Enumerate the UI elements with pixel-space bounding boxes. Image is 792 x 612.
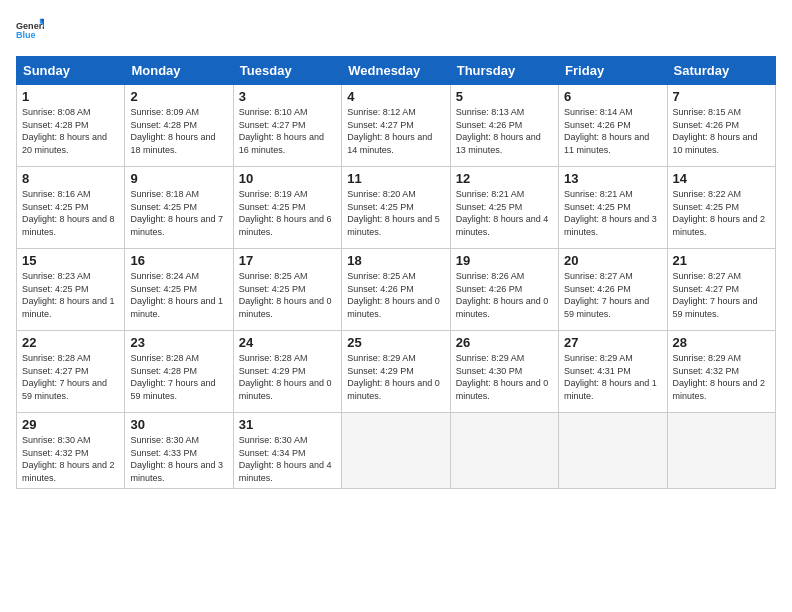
calendar-day-cell: 17 Sunrise: 8:25 AM Sunset: 4:25 PM Dayl… <box>233 249 341 331</box>
day-info: Sunrise: 8:12 AM Sunset: 4:27 PM Dayligh… <box>347 106 444 156</box>
day-number: 9 <box>130 171 227 186</box>
day-info: Sunrise: 8:25 AM Sunset: 4:25 PM Dayligh… <box>239 270 336 320</box>
calendar-day-cell: 1 Sunrise: 8:08 AM Sunset: 4:28 PM Dayli… <box>17 85 125 167</box>
calendar-day-cell: 18 Sunrise: 8:25 AM Sunset: 4:26 PM Dayl… <box>342 249 450 331</box>
day-number: 27 <box>564 335 661 350</box>
day-info: Sunrise: 8:19 AM Sunset: 4:25 PM Dayligh… <box>239 188 336 238</box>
calendar-day-cell: 12 Sunrise: 8:21 AM Sunset: 4:25 PM Dayl… <box>450 167 558 249</box>
calendar-day-cell: 10 Sunrise: 8:19 AM Sunset: 4:25 PM Dayl… <box>233 167 341 249</box>
calendar-week-row: 29 Sunrise: 8:30 AM Sunset: 4:32 PM Dayl… <box>17 413 776 489</box>
day-info: Sunrise: 8:28 AM Sunset: 4:29 PM Dayligh… <box>239 352 336 402</box>
weekday-header-monday: Monday <box>125 57 233 85</box>
day-info: Sunrise: 8:25 AM Sunset: 4:26 PM Dayligh… <box>347 270 444 320</box>
day-number: 20 <box>564 253 661 268</box>
calendar-day-cell: 24 Sunrise: 8:28 AM Sunset: 4:29 PM Dayl… <box>233 331 341 413</box>
logo: General Blue <box>16 16 44 44</box>
weekday-header-tuesday: Tuesday <box>233 57 341 85</box>
weekday-header-wednesday: Wednesday <box>342 57 450 85</box>
calendar-day-cell: 27 Sunrise: 8:29 AM Sunset: 4:31 PM Dayl… <box>559 331 667 413</box>
day-info: Sunrise: 8:28 AM Sunset: 4:27 PM Dayligh… <box>22 352 119 402</box>
day-number: 6 <box>564 89 661 104</box>
day-number: 17 <box>239 253 336 268</box>
calendar-day-cell: 30 Sunrise: 8:30 AM Sunset: 4:33 PM Dayl… <box>125 413 233 489</box>
calendar-day-cell: 19 Sunrise: 8:26 AM Sunset: 4:26 PM Dayl… <box>450 249 558 331</box>
day-number: 22 <box>22 335 119 350</box>
day-number: 25 <box>347 335 444 350</box>
weekday-header-thursday: Thursday <box>450 57 558 85</box>
day-number: 2 <box>130 89 227 104</box>
calendar-day-cell: 2 Sunrise: 8:09 AM Sunset: 4:28 PM Dayli… <box>125 85 233 167</box>
day-number: 8 <box>22 171 119 186</box>
calendar-day-cell: 3 Sunrise: 8:10 AM Sunset: 4:27 PM Dayli… <box>233 85 341 167</box>
day-info: Sunrise: 8:29 AM Sunset: 4:31 PM Dayligh… <box>564 352 661 402</box>
svg-text:Blue: Blue <box>16 30 36 40</box>
day-number: 7 <box>673 89 770 104</box>
day-info: Sunrise: 8:23 AM Sunset: 4:25 PM Dayligh… <box>22 270 119 320</box>
day-info: Sunrise: 8:14 AM Sunset: 4:26 PM Dayligh… <box>564 106 661 156</box>
day-number: 16 <box>130 253 227 268</box>
day-info: Sunrise: 8:22 AM Sunset: 4:25 PM Dayligh… <box>673 188 770 238</box>
calendar-day-cell: 15 Sunrise: 8:23 AM Sunset: 4:25 PM Dayl… <box>17 249 125 331</box>
calendar-week-row: 22 Sunrise: 8:28 AM Sunset: 4:27 PM Dayl… <box>17 331 776 413</box>
calendar-day-cell: 9 Sunrise: 8:18 AM Sunset: 4:25 PM Dayli… <box>125 167 233 249</box>
calendar-day-cell: 26 Sunrise: 8:29 AM Sunset: 4:30 PM Dayl… <box>450 331 558 413</box>
calendar-day-cell: 6 Sunrise: 8:14 AM Sunset: 4:26 PM Dayli… <box>559 85 667 167</box>
day-number: 4 <box>347 89 444 104</box>
day-number: 30 <box>130 417 227 432</box>
day-info: Sunrise: 8:10 AM Sunset: 4:27 PM Dayligh… <box>239 106 336 156</box>
calendar-day-cell: 4 Sunrise: 8:12 AM Sunset: 4:27 PM Dayli… <box>342 85 450 167</box>
day-info: Sunrise: 8:27 AM Sunset: 4:27 PM Dayligh… <box>673 270 770 320</box>
calendar-day-cell: 16 Sunrise: 8:24 AM Sunset: 4:25 PM Dayl… <box>125 249 233 331</box>
calendar-day-cell <box>667 413 775 489</box>
day-info: Sunrise: 8:09 AM Sunset: 4:28 PM Dayligh… <box>130 106 227 156</box>
calendar-day-cell <box>559 413 667 489</box>
day-info: Sunrise: 8:24 AM Sunset: 4:25 PM Dayligh… <box>130 270 227 320</box>
day-number: 31 <box>239 417 336 432</box>
day-number: 5 <box>456 89 553 104</box>
calendar-day-cell: 14 Sunrise: 8:22 AM Sunset: 4:25 PM Dayl… <box>667 167 775 249</box>
calendar-day-cell: 5 Sunrise: 8:13 AM Sunset: 4:26 PM Dayli… <box>450 85 558 167</box>
calendar-day-cell: 28 Sunrise: 8:29 AM Sunset: 4:32 PM Dayl… <box>667 331 775 413</box>
day-number: 29 <box>22 417 119 432</box>
day-number: 19 <box>456 253 553 268</box>
day-info: Sunrise: 8:30 AM Sunset: 4:32 PM Dayligh… <box>22 434 119 484</box>
day-number: 26 <box>456 335 553 350</box>
day-info: Sunrise: 8:21 AM Sunset: 4:25 PM Dayligh… <box>564 188 661 238</box>
day-info: Sunrise: 8:30 AM Sunset: 4:33 PM Dayligh… <box>130 434 227 484</box>
calendar-day-cell: 8 Sunrise: 8:16 AM Sunset: 4:25 PM Dayli… <box>17 167 125 249</box>
day-info: Sunrise: 8:18 AM Sunset: 4:25 PM Dayligh… <box>130 188 227 238</box>
day-info: Sunrise: 8:29 AM Sunset: 4:30 PM Dayligh… <box>456 352 553 402</box>
calendar-day-cell: 29 Sunrise: 8:30 AM Sunset: 4:32 PM Dayl… <box>17 413 125 489</box>
day-number: 1 <box>22 89 119 104</box>
calendar-day-cell: 7 Sunrise: 8:15 AM Sunset: 4:26 PM Dayli… <box>667 85 775 167</box>
weekday-header-row: SundayMondayTuesdayWednesdayThursdayFrid… <box>17 57 776 85</box>
calendar-day-cell <box>450 413 558 489</box>
calendar-week-row: 15 Sunrise: 8:23 AM Sunset: 4:25 PM Dayl… <box>17 249 776 331</box>
weekday-header-saturday: Saturday <box>667 57 775 85</box>
calendar-day-cell <box>342 413 450 489</box>
day-number: 15 <box>22 253 119 268</box>
day-number: 13 <box>564 171 661 186</box>
day-number: 12 <box>456 171 553 186</box>
weekday-header-friday: Friday <box>559 57 667 85</box>
day-info: Sunrise: 8:30 AM Sunset: 4:34 PM Dayligh… <box>239 434 336 484</box>
day-info: Sunrise: 8:08 AM Sunset: 4:28 PM Dayligh… <box>22 106 119 156</box>
day-number: 3 <box>239 89 336 104</box>
day-info: Sunrise: 8:27 AM Sunset: 4:26 PM Dayligh… <box>564 270 661 320</box>
calendar-day-cell: 20 Sunrise: 8:27 AM Sunset: 4:26 PM Dayl… <box>559 249 667 331</box>
day-info: Sunrise: 8:29 AM Sunset: 4:32 PM Dayligh… <box>673 352 770 402</box>
day-info: Sunrise: 8:15 AM Sunset: 4:26 PM Dayligh… <box>673 106 770 156</box>
day-number: 28 <box>673 335 770 350</box>
day-info: Sunrise: 8:13 AM Sunset: 4:26 PM Dayligh… <box>456 106 553 156</box>
calendar-week-row: 1 Sunrise: 8:08 AM Sunset: 4:28 PM Dayli… <box>17 85 776 167</box>
calendar-day-cell: 21 Sunrise: 8:27 AM Sunset: 4:27 PM Dayl… <box>667 249 775 331</box>
weekday-header-sunday: Sunday <box>17 57 125 85</box>
day-info: Sunrise: 8:20 AM Sunset: 4:25 PM Dayligh… <box>347 188 444 238</box>
logo-icon: General Blue <box>16 16 44 44</box>
day-info: Sunrise: 8:16 AM Sunset: 4:25 PM Dayligh… <box>22 188 119 238</box>
calendar-day-cell: 25 Sunrise: 8:29 AM Sunset: 4:29 PM Dayl… <box>342 331 450 413</box>
day-info: Sunrise: 8:28 AM Sunset: 4:28 PM Dayligh… <box>130 352 227 402</box>
day-number: 23 <box>130 335 227 350</box>
day-info: Sunrise: 8:29 AM Sunset: 4:29 PM Dayligh… <box>347 352 444 402</box>
calendar-day-cell: 13 Sunrise: 8:21 AM Sunset: 4:25 PM Dayl… <box>559 167 667 249</box>
